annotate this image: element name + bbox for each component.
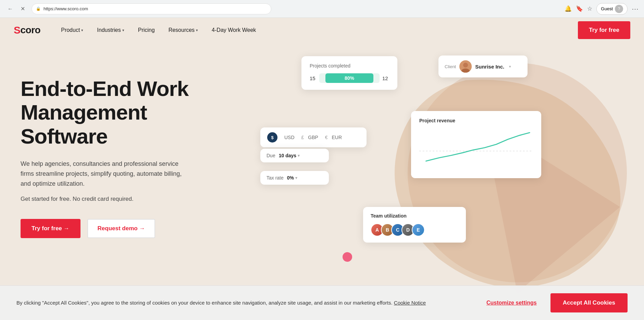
projects-right-num: 12 [382,75,389,81]
tax-label: Tax rate [267,175,284,181]
guest-label: Guest [601,6,613,11]
nav-links: Product ▾ Industries ▾ Pricing Resources… [61,27,578,33]
hero-buttons: Try for free → Request demo → [21,219,192,238]
hero-request-demo-button[interactable]: Request demo → [87,219,156,238]
nav-industries[interactable]: Industries ▾ [97,27,124,33]
client-avatar [459,60,472,73]
usd-icon: $ [267,132,277,143]
due-label: Due [267,153,275,158]
projects-bar: 15 80% 12 [310,73,389,83]
svg-point-2 [463,63,468,67]
client-label: Client [445,64,456,69]
projects-left-num: 15 [310,75,317,81]
tax-card: Tax rate 0% ▾ [260,171,329,185]
pink-ball-decoration [343,252,352,262]
lock-icon: 🔒 [36,7,41,11]
logo[interactable]: Scoro [14,24,40,36]
due-value: 10 days ▾ [279,153,300,158]
cookie-banner: By clicking "Accept All Cookies", you ag… [0,285,644,320]
currency-card: $ USD £ GBP € EUR [260,127,367,147]
nav-try-free-button[interactable]: Try for free [578,21,630,39]
star-icon[interactable]: ☆ [587,5,592,12]
nav-work-week[interactable]: 4-Day Work Week [212,27,256,33]
guest-button[interactable]: Guest ? [596,3,628,15]
revenue-card: Project revenue [411,111,541,178]
client-name: Sunrise Inc. [475,64,504,70]
nav-pricing[interactable]: Pricing [138,27,155,33]
hero-tagline: Get started for free. No credit card req… [21,196,192,202]
guest-avatar: ? [615,5,623,13]
notifications-icon[interactable]: 🔔 [565,5,572,12]
tax-value: 0% ▾ [287,175,297,181]
tax-chevron-icon: ▾ [295,176,297,180]
hero-illustration: Projects completed 15 80% 12 Client Sunr… [233,42,644,303]
gbp-label: £ GBP [301,135,318,140]
revenue-title: Project revenue [419,118,533,123]
hero-try-free-button[interactable]: Try for free → [21,219,80,238]
client-card: Client Sunrise Inc. ▾ [438,56,528,77]
projects-completed-card: Projects completed 15 80% 12 [301,56,397,90]
browser-actions: 🔔 🔖 ☆ Guest ? ⋯ [565,3,639,15]
product-chevron-icon: ▾ [81,28,83,33]
cookie-notice-link[interactable]: Cookie Notice [394,300,426,306]
browser-chrome: ← ✕ 🔒 https://www.scoro.com 🔔 🔖 ☆ Guest … [0,0,644,18]
bookmark-icon[interactable]: 🔖 [576,5,583,12]
projects-title: Projects completed [310,63,389,69]
due-card: Due 10 days ▾ [260,149,329,162]
utilization-card: Team utilization A B C D E [363,207,466,243]
progress-bar-container: 80% [319,73,380,83]
hero-section: End-to-End Work Management Software We h… [0,42,644,303]
accept-cookies-button[interactable]: Accept All Cookies [550,293,628,312]
menu-icon[interactable]: ⋯ [632,5,639,13]
client-chevron-icon: ▾ [509,64,511,69]
hero-left: End-to-End Work Management Software We h… [0,63,212,303]
hero-title: End-to-End Work Management Software [21,77,192,148]
team-avatar-row: A B C D E [371,223,458,236]
industries-chevron-icon: ▾ [122,28,124,33]
progress-bar-fill: 80% [325,73,374,83]
navbar: Scoro Product ▾ Industries ▾ Pricing Res… [0,18,644,42]
nav-product[interactable]: Product ▾ [61,27,83,33]
usd-label: USD [284,135,295,140]
logo-text: coro [21,25,41,36]
browser-nav-buttons: ← ✕ [5,4,27,14]
nav-resources[interactable]: Resources ▾ [169,27,198,33]
cookie-text: By clicking "Accept All Cookies", you ag… [16,299,473,307]
resources-chevron-icon: ▾ [196,28,198,33]
customize-settings-button[interactable]: Customize settings [486,300,537,306]
close-button[interactable]: ✕ [18,4,27,14]
url-text: https://www.scoro.com [44,6,88,11]
eur-label: € EUR [325,135,342,140]
revenue-chart [419,129,533,170]
team-avatar-5: E [412,223,425,236]
back-button[interactable]: ← [5,4,15,14]
due-chevron-icon: ▾ [298,153,300,158]
logo-s: S [14,24,21,36]
utilization-title: Team utilization [371,213,458,219]
hero-description: We help agencies, consultancies and prof… [21,159,192,188]
address-bar[interactable]: 🔒 https://www.scoro.com [32,3,271,14]
